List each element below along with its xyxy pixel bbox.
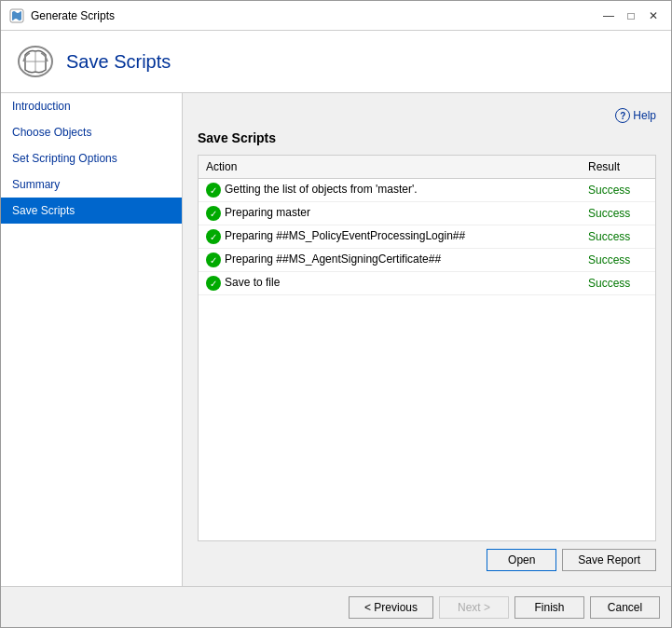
bottom-buttons-row: Open Save Report [198, 549, 656, 571]
window-icon [8, 7, 25, 24]
sidebar-item-choose-objects[interactable]: Choose Objects [1, 119, 182, 145]
status-icon: ✓ [206, 229, 221, 244]
results-table-container: Action Result ✓Getting the list of objec… [198, 155, 656, 541]
table-row: ✓Getting the list of objects from 'maste… [199, 179, 655, 202]
sidebar-item-save-scripts[interactable]: Save Scripts [1, 198, 182, 224]
status-icon: ✓ [206, 253, 221, 267]
sidebar-item-introduction[interactable]: Introduction [1, 93, 182, 119]
status-icon: ✓ [206, 206, 221, 221]
cell-action: ✓Preparing ##MS_PolicyEventProcessingLog… [199, 225, 581, 249]
header-icon [16, 42, 55, 81]
title-bar-controls: — □ ✕ [598, 6, 664, 26]
sidebar-item-summary[interactable]: Summary [1, 171, 182, 198]
table-row: ✓Preparing ##MS_AgentSigningCertificate#… [199, 249, 655, 272]
col-header-action: Action [199, 156, 581, 179]
cell-result: Success [581, 202, 655, 225]
status-icon: ✓ [206, 276, 221, 291]
status-icon: ✓ [206, 183, 221, 198]
section-title: Save Scripts [198, 130, 656, 145]
table-row: ✓Preparing ##MS_PolicyEventProcessingLog… [199, 225, 655, 249]
maximize-button[interactable]: □ [621, 6, 641, 26]
cell-action: ✓Preparing master [199, 202, 581, 225]
col-header-result: Result [581, 156, 655, 179]
cell-action: ✓Save to file [199, 272, 581, 295]
save-report-button[interactable]: Save Report [562, 549, 656, 571]
table-row: ✓Preparing masterSuccess [199, 202, 655, 225]
table-row: ✓Save to fileSuccess [199, 272, 655, 295]
header: Save Scripts [1, 31, 671, 93]
cell-result: Success [581, 272, 655, 295]
help-link[interactable]: ? Help [615, 108, 656, 123]
previous-button[interactable]: < Previous [349, 596, 433, 619]
open-button[interactable]: Open [487, 549, 556, 571]
cell-result: Success [581, 249, 655, 272]
close-button[interactable]: ✕ [643, 6, 664, 26]
main-window: Generate Scripts — □ ✕ Save Scripts Intr… [0, 0, 672, 628]
footer: < Previous Next > Finish Cancel [1, 586, 671, 627]
main-panel: ? Help Save Scripts Action Result ✓Getti… [183, 93, 671, 586]
finish-button[interactable]: Finish [514, 596, 584, 619]
cell-result: Success [581, 225, 655, 249]
cancel-button[interactable]: Cancel [590, 596, 660, 619]
cell-action: ✓Getting the list of objects from 'maste… [199, 179, 581, 202]
table-header-row: Action Result [199, 156, 655, 179]
help-icon: ? [615, 108, 630, 123]
header-title: Save Scripts [66, 51, 171, 73]
minimize-button[interactable]: — [598, 6, 619, 26]
sidebar: Introduction Choose Objects Set Scriptin… [1, 93, 183, 586]
sidebar-item-set-scripting-options[interactable]: Set Scripting Options [1, 145, 182, 171]
title-bar: Generate Scripts — □ ✕ [1, 1, 671, 31]
next-button[interactable]: Next > [439, 596, 509, 619]
help-row: ? Help [198, 108, 656, 123]
content-area: Introduction Choose Objects Set Scriptin… [1, 93, 671, 586]
results-table: Action Result ✓Getting the list of objec… [199, 156, 655, 295]
help-label: Help [633, 109, 656, 122]
title-bar-text: Generate Scripts [31, 9, 598, 22]
cell-action: ✓Preparing ##MS_AgentSigningCertificate#… [199, 249, 581, 272]
cell-result: Success [581, 179, 655, 202]
